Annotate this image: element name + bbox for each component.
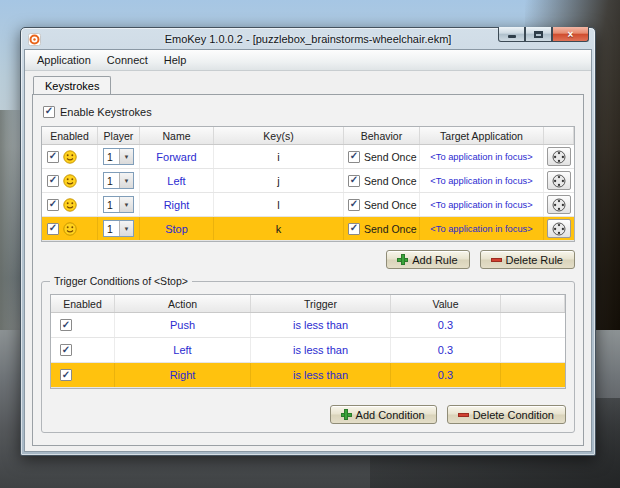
smiley-icon — [63, 222, 77, 236]
condition-enabled-checkbox[interactable] — [60, 344, 72, 356]
player-select[interactable]: 1 ▼ — [103, 220, 134, 237]
content-area: Keystrokes Enable Keystrokes Enabled Pla… — [25, 71, 591, 451]
plus-icon — [398, 255, 407, 264]
rule-row[interactable]: 1 ▼ Forward i Send Once <To application … — [42, 145, 574, 169]
window-title: EmoKey 1.0.0.2 - [puzzlebox_brainstorms-… — [165, 33, 452, 45]
chevron-down-icon: ▼ — [119, 173, 133, 188]
rule-name: Right — [140, 193, 214, 216]
target-application-button[interactable] — [547, 195, 571, 214]
dpad-icon — [552, 222, 566, 236]
column-header-target: Target Application — [420, 127, 544, 144]
behavior-label: Send Once — [364, 223, 417, 235]
condition-action: Push — [115, 313, 251, 337]
maximize-icon — [534, 31, 543, 38]
dpad-icon — [552, 174, 566, 188]
condition-row[interactable]: Right is less than 0.3 — [51, 363, 565, 388]
column-header-trigger: Trigger — [251, 295, 391, 312]
column-header-enabled: Enabled — [42, 127, 98, 144]
maximize-button[interactable] — [525, 27, 552, 42]
smiley-icon — [63, 150, 77, 164]
player-select-value: 1 — [104, 223, 119, 235]
player-select-value: 1 — [104, 199, 119, 211]
rule-name: Forward — [140, 145, 214, 168]
rule-target-application: <To application in focus> — [420, 169, 544, 192]
chevron-down-icon: ▼ — [119, 149, 133, 164]
menu-bar: Application Connect Help — [25, 50, 591, 71]
enable-keystrokes-label: Enable Keystrokes — [60, 106, 152, 118]
rule-row[interactable]: 1 ▼ Right l Send Once <To application in… — [42, 193, 574, 217]
column-header-name: Name — [140, 127, 214, 144]
add-rule-button[interactable]: Add Rule — [386, 250, 469, 269]
dpad-icon — [552, 198, 566, 212]
menu-help[interactable]: Help — [156, 52, 195, 68]
column-header-action: Action — [115, 295, 251, 312]
column-header-value: Value — [391, 295, 501, 312]
conditions-table-header: Enabled Action Trigger Value — [51, 295, 565, 313]
behavior-label: Send Once — [364, 151, 417, 163]
behavior-label: Send Once — [364, 175, 417, 187]
rule-name: Stop — [140, 217, 214, 240]
player-select-value: 1 — [104, 175, 119, 187]
smiley-icon — [63, 174, 77, 188]
add-condition-button[interactable]: Add Condition — [330, 405, 437, 424]
target-application-button[interactable] — [547, 171, 571, 190]
close-icon: × — [568, 29, 574, 40]
player-select[interactable]: 1 ▼ — [103, 148, 134, 165]
column-header-filler — [501, 295, 565, 312]
behavior-label: Send Once — [364, 199, 417, 211]
column-header-player: Player — [98, 127, 140, 144]
rule-keys: j — [214, 169, 344, 192]
column-header-behavior: Behavior — [344, 127, 420, 144]
dpad-icon — [552, 150, 566, 164]
rule-row[interactable]: 1 ▼ Left j Send Once <To application in … — [42, 169, 574, 193]
condition-trigger: is less than — [251, 363, 391, 387]
condition-trigger: is less than — [251, 313, 391, 337]
rule-enabled-checkbox[interactable] — [47, 175, 59, 187]
behavior-checkbox[interactable] — [348, 151, 360, 163]
target-application-button[interactable] — [547, 147, 571, 166]
minus-icon — [492, 255, 501, 264]
rule-enabled-checkbox[interactable] — [47, 151, 59, 163]
behavior-checkbox[interactable] — [348, 223, 360, 235]
titlebar[interactable]: EmoKey 1.0.0.2 - [puzzlebox_brainstorms-… — [21, 28, 595, 49]
rule-enabled-checkbox[interactable] — [47, 199, 59, 211]
condition-action: Right — [115, 363, 251, 387]
rule-row[interactable]: 1 ▼ Stop k Send Once <To application in … — [42, 217, 574, 241]
app-icon — [28, 32, 41, 50]
column-header-blank — [544, 127, 574, 144]
rule-target-application: <To application in focus> — [420, 217, 544, 240]
delete-rule-button[interactable]: Delete Rule — [480, 250, 575, 269]
menu-connect[interactable]: Connect — [99, 52, 156, 68]
player-select-value: 1 — [104, 151, 119, 163]
close-button[interactable]: × — [552, 27, 589, 42]
delete-condition-button[interactable]: Delete Condition — [447, 405, 566, 424]
enable-keystrokes-checkbox[interactable] — [43, 106, 55, 118]
rule-target-application: <To application in focus> — [420, 145, 544, 168]
minus-icon — [459, 410, 468, 419]
rule-keys: k — [214, 217, 344, 240]
player-select[interactable]: 1 ▼ — [103, 172, 134, 189]
behavior-checkbox[interactable] — [348, 199, 360, 211]
behavior-checkbox[interactable] — [348, 175, 360, 187]
tab-strip: Keystrokes — [25, 71, 591, 94]
rules-table: Enabled Player Name Key(s) Behavior Targ… — [41, 126, 575, 242]
rule-name: Left — [140, 169, 214, 192]
rule-keys: l — [214, 193, 344, 216]
condition-enabled-checkbox[interactable] — [60, 319, 72, 331]
condition-trigger: is less than — [251, 338, 391, 362]
rules-table-header: Enabled Player Name Key(s) Behavior Targ… — [42, 127, 574, 145]
target-application-button[interactable] — [547, 219, 571, 238]
condition-row[interactable]: Left is less than 0.3 — [51, 338, 565, 363]
condition-row[interactable]: Push is less than 0.3 — [51, 313, 565, 338]
rule-enabled-checkbox[interactable] — [47, 223, 59, 235]
plus-icon — [342, 410, 351, 419]
condition-action: Left — [115, 338, 251, 362]
menu-application[interactable]: Application — [29, 52, 99, 68]
tab-keystrokes[interactable]: Keystrokes — [33, 76, 111, 96]
keystrokes-tab-page: Enable Keystrokes Enabled Player Name Ke… — [32, 94, 584, 446]
player-select[interactable]: 1 ▼ — [103, 196, 134, 213]
column-header-cond-enabled: Enabled — [51, 295, 115, 312]
condition-enabled-checkbox[interactable] — [60, 369, 72, 381]
rule-keys: i — [214, 145, 344, 168]
minimize-button[interactable] — [498, 27, 525, 42]
